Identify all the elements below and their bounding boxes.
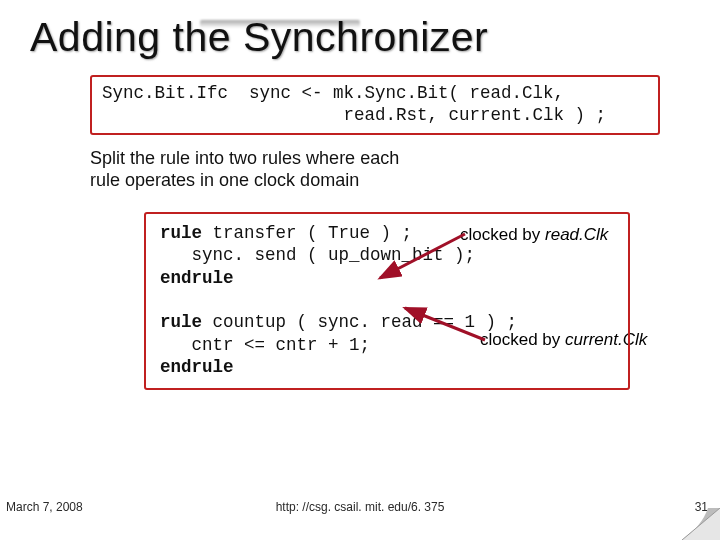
declaration-code: Sync.Bit.Ifc sync <- mk.Sync.Bit( read.C… xyxy=(102,83,606,125)
explain-text: Split the rule into two rules where each… xyxy=(90,147,660,192)
rule-transfer-head: transfer ( True ) ; xyxy=(202,223,412,243)
kw-rule-2: rule xyxy=(160,312,202,332)
rules-code-box: rule transfer ( True ) ; sync. send ( up… xyxy=(144,212,630,391)
explain-line-1: Split the rule into two rules where each xyxy=(90,148,399,168)
footer-url: http: //csg. csail. mit. edu/6. 375 xyxy=(0,500,720,514)
title-shadow-accent xyxy=(200,20,360,28)
kw-rule-1: rule xyxy=(160,223,202,243)
explain-line-2: rule operates in one clock domain xyxy=(90,170,359,190)
rule-transfer-body: sync. send ( up_down_bit ); xyxy=(160,245,475,265)
kw-endrule-2: endrule xyxy=(160,357,234,377)
declaration-code-box: Sync.Bit.Ifc sync <- mk.Sync.Bit( read.C… xyxy=(90,75,660,135)
rule-countup-head: countup ( sync. read == 1 ) ; xyxy=(202,312,517,332)
page-curl-icon xyxy=(682,508,720,540)
rule-countup-body: cntr <= cntr + 1; xyxy=(160,335,370,355)
kw-endrule-1: endrule xyxy=(160,268,234,288)
slide-title: Adding the Synchronizer xyxy=(30,14,690,61)
